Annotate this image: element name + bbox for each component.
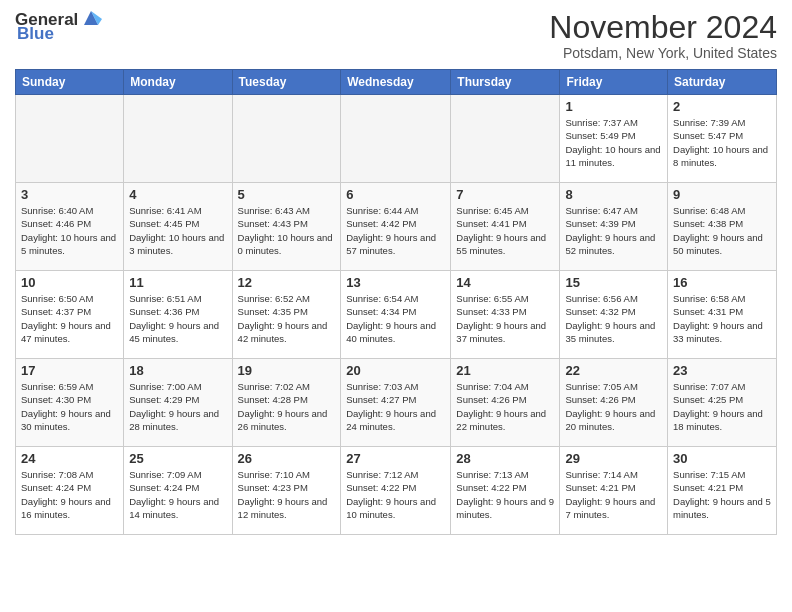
day-header-saturday: Saturday <box>668 70 777 95</box>
day-info: Sunrise: 7:39 AM Sunset: 5:47 PM Dayligh… <box>673 116 771 169</box>
day-info: Sunrise: 6:59 AM Sunset: 4:30 PM Dayligh… <box>21 380 118 433</box>
day-cell-15: 15Sunrise: 6:56 AM Sunset: 4:32 PM Dayli… <box>560 271 668 359</box>
day-info: Sunrise: 7:05 AM Sunset: 4:26 PM Dayligh… <box>565 380 662 433</box>
day-cell-26: 26Sunrise: 7:10 AM Sunset: 4:23 PM Dayli… <box>232 447 341 535</box>
day-number: 18 <box>129 363 226 378</box>
week-row-1: 1Sunrise: 7:37 AM Sunset: 5:49 PM Daylig… <box>16 95 777 183</box>
week-row-5: 24Sunrise: 7:08 AM Sunset: 4:24 PM Dayli… <box>16 447 777 535</box>
day-cell-13: 13Sunrise: 6:54 AM Sunset: 4:34 PM Dayli… <box>341 271 451 359</box>
day-header-tuesday: Tuesday <box>232 70 341 95</box>
day-info: Sunrise: 6:50 AM Sunset: 4:37 PM Dayligh… <box>21 292 118 345</box>
day-info: Sunrise: 6:58 AM Sunset: 4:31 PM Dayligh… <box>673 292 771 345</box>
day-info: Sunrise: 7:00 AM Sunset: 4:29 PM Dayligh… <box>129 380 226 433</box>
month-title: November 2024 <box>549 10 777 45</box>
day-cell-23: 23Sunrise: 7:07 AM Sunset: 4:25 PM Dayli… <box>668 359 777 447</box>
day-info: Sunrise: 6:45 AM Sunset: 4:41 PM Dayligh… <box>456 204 554 257</box>
day-info: Sunrise: 6:47 AM Sunset: 4:39 PM Dayligh… <box>565 204 662 257</box>
day-number: 26 <box>238 451 336 466</box>
day-number: 25 <box>129 451 226 466</box>
day-info: Sunrise: 6:40 AM Sunset: 4:46 PM Dayligh… <box>21 204 118 257</box>
day-number: 30 <box>673 451 771 466</box>
day-cell-29: 29Sunrise: 7:14 AM Sunset: 4:21 PM Dayli… <box>560 447 668 535</box>
day-header-sunday: Sunday <box>16 70 124 95</box>
day-info: Sunrise: 7:14 AM Sunset: 4:21 PM Dayligh… <box>565 468 662 521</box>
logo-icon <box>80 7 102 29</box>
day-cell-19: 19Sunrise: 7:02 AM Sunset: 4:28 PM Dayli… <box>232 359 341 447</box>
location: Potsdam, New York, United States <box>549 45 777 61</box>
day-cell-16: 16Sunrise: 6:58 AM Sunset: 4:31 PM Dayli… <box>668 271 777 359</box>
day-cell-28: 28Sunrise: 7:13 AM Sunset: 4:22 PM Dayli… <box>451 447 560 535</box>
empty-cell <box>124 95 232 183</box>
day-number: 4 <box>129 187 226 202</box>
day-info: Sunrise: 6:56 AM Sunset: 4:32 PM Dayligh… <box>565 292 662 345</box>
day-info: Sunrise: 7:13 AM Sunset: 4:22 PM Dayligh… <box>456 468 554 521</box>
day-number: 6 <box>346 187 445 202</box>
day-number: 3 <box>21 187 118 202</box>
day-number: 12 <box>238 275 336 290</box>
day-number: 5 <box>238 187 336 202</box>
day-info: Sunrise: 6:55 AM Sunset: 4:33 PM Dayligh… <box>456 292 554 345</box>
day-info: Sunrise: 6:52 AM Sunset: 4:35 PM Dayligh… <box>238 292 336 345</box>
day-cell-17: 17Sunrise: 6:59 AM Sunset: 4:30 PM Dayli… <box>16 359 124 447</box>
day-header-thursday: Thursday <box>451 70 560 95</box>
title-block: November 2024 Potsdam, New York, United … <box>549 10 777 61</box>
day-cell-10: 10Sunrise: 6:50 AM Sunset: 4:37 PM Dayli… <box>16 271 124 359</box>
day-info: Sunrise: 7:12 AM Sunset: 4:22 PM Dayligh… <box>346 468 445 521</box>
day-header-friday: Friday <box>560 70 668 95</box>
day-number: 29 <box>565 451 662 466</box>
page: General Blue November 2024 Potsdam, New … <box>0 0 792 612</box>
day-cell-6: 6Sunrise: 6:44 AM Sunset: 4:42 PM Daylig… <box>341 183 451 271</box>
day-info: Sunrise: 6:54 AM Sunset: 4:34 PM Dayligh… <box>346 292 445 345</box>
empty-cell <box>232 95 341 183</box>
day-cell-7: 7Sunrise: 6:45 AM Sunset: 4:41 PM Daylig… <box>451 183 560 271</box>
day-header-monday: Monday <box>124 70 232 95</box>
day-cell-21: 21Sunrise: 7:04 AM Sunset: 4:26 PM Dayli… <box>451 359 560 447</box>
day-info: Sunrise: 6:48 AM Sunset: 4:38 PM Dayligh… <box>673 204 771 257</box>
day-number: 27 <box>346 451 445 466</box>
day-info: Sunrise: 6:43 AM Sunset: 4:43 PM Dayligh… <box>238 204 336 257</box>
day-cell-8: 8Sunrise: 6:47 AM Sunset: 4:39 PM Daylig… <box>560 183 668 271</box>
day-cell-1: 1Sunrise: 7:37 AM Sunset: 5:49 PM Daylig… <box>560 95 668 183</box>
day-cell-11: 11Sunrise: 6:51 AM Sunset: 4:36 PM Dayli… <box>124 271 232 359</box>
day-number: 23 <box>673 363 771 378</box>
day-info: Sunrise: 6:44 AM Sunset: 4:42 PM Dayligh… <box>346 204 445 257</box>
day-info: Sunrise: 7:37 AM Sunset: 5:49 PM Dayligh… <box>565 116 662 169</box>
day-cell-18: 18Sunrise: 7:00 AM Sunset: 4:29 PM Dayli… <box>124 359 232 447</box>
empty-cell <box>451 95 560 183</box>
day-info: Sunrise: 7:02 AM Sunset: 4:28 PM Dayligh… <box>238 380 336 433</box>
day-cell-25: 25Sunrise: 7:09 AM Sunset: 4:24 PM Dayli… <box>124 447 232 535</box>
day-number: 1 <box>565 99 662 114</box>
day-number: 9 <box>673 187 771 202</box>
day-cell-12: 12Sunrise: 6:52 AM Sunset: 4:35 PM Dayli… <box>232 271 341 359</box>
day-info: Sunrise: 7:07 AM Sunset: 4:25 PM Dayligh… <box>673 380 771 433</box>
day-number: 24 <box>21 451 118 466</box>
week-row-3: 10Sunrise: 6:50 AM Sunset: 4:37 PM Dayli… <box>16 271 777 359</box>
day-number: 11 <box>129 275 226 290</box>
day-cell-5: 5Sunrise: 6:43 AM Sunset: 4:43 PM Daylig… <box>232 183 341 271</box>
day-cell-14: 14Sunrise: 6:55 AM Sunset: 4:33 PM Dayli… <box>451 271 560 359</box>
day-cell-24: 24Sunrise: 7:08 AM Sunset: 4:24 PM Dayli… <box>16 447 124 535</box>
header: General Blue November 2024 Potsdam, New … <box>15 10 777 61</box>
calendar-header-row: SundayMondayTuesdayWednesdayThursdayFrid… <box>16 70 777 95</box>
day-number: 20 <box>346 363 445 378</box>
day-number: 28 <box>456 451 554 466</box>
day-info: Sunrise: 7:15 AM Sunset: 4:21 PM Dayligh… <box>673 468 771 521</box>
day-cell-9: 9Sunrise: 6:48 AM Sunset: 4:38 PM Daylig… <box>668 183 777 271</box>
day-number: 7 <box>456 187 554 202</box>
day-number: 14 <box>456 275 554 290</box>
day-cell-3: 3Sunrise: 6:40 AM Sunset: 4:46 PM Daylig… <box>16 183 124 271</box>
day-cell-20: 20Sunrise: 7:03 AM Sunset: 4:27 PM Dayli… <box>341 359 451 447</box>
day-info: Sunrise: 7:04 AM Sunset: 4:26 PM Dayligh… <box>456 380 554 433</box>
empty-cell <box>16 95 124 183</box>
day-number: 10 <box>21 275 118 290</box>
empty-cell <box>341 95 451 183</box>
logo: General Blue <box>15 10 102 44</box>
day-info: Sunrise: 7:09 AM Sunset: 4:24 PM Dayligh… <box>129 468 226 521</box>
day-number: 21 <box>456 363 554 378</box>
day-header-wednesday: Wednesday <box>341 70 451 95</box>
day-info: Sunrise: 6:41 AM Sunset: 4:45 PM Dayligh… <box>129 204 226 257</box>
week-row-2: 3Sunrise: 6:40 AM Sunset: 4:46 PM Daylig… <box>16 183 777 271</box>
day-number: 16 <box>673 275 771 290</box>
calendar: SundayMondayTuesdayWednesdayThursdayFrid… <box>15 69 777 535</box>
day-number: 2 <box>673 99 771 114</box>
